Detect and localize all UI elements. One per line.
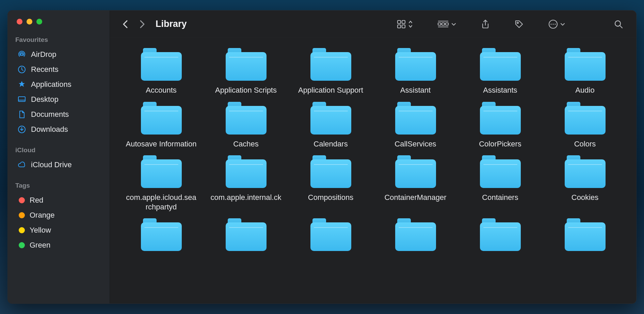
folder-icon <box>226 48 267 81</box>
folder-icon <box>480 155 521 188</box>
back-button[interactable] <box>119 18 132 30</box>
folder-item[interactable]: Application Support <box>292 48 370 95</box>
folder-label: ContainerManager <box>384 193 446 202</box>
folder-icon <box>480 102 521 135</box>
tag-dot-icon <box>19 227 25 233</box>
folder-label: Application Scripts <box>215 85 277 95</box>
tags-button[interactable] <box>511 17 527 31</box>
sidebar-item-label: Applications <box>31 80 71 89</box>
ellipsis-circle-icon <box>548 19 558 29</box>
sidebar-heading: iCloud <box>8 145 110 157</box>
folder-item[interactable]: com.apple.internal.ck <box>207 155 285 202</box>
folder-item[interactable]: Containers <box>461 155 539 202</box>
sidebar-item-label: Orange <box>30 211 54 220</box>
search-button[interactable] <box>610 17 627 31</box>
folder-icon <box>226 102 267 135</box>
folder-item[interactable]: Colors <box>546 102 624 149</box>
sidebar-item-applications[interactable]: Applications <box>10 77 108 92</box>
folder-item[interactable]: Cookies <box>546 155 624 202</box>
folder-label: Application Support <box>298 85 363 95</box>
folder-label: Accounts <box>146 85 177 95</box>
up-down-chevron-icon <box>408 20 413 29</box>
folder-icon <box>141 155 182 188</box>
folder-label: CallServices <box>395 139 436 149</box>
folder-item[interactable] <box>207 218 285 256</box>
folder-item[interactable]: Caches <box>207 102 285 149</box>
finder-window: FavouritesAirDropRecentsApplicationsDesk… <box>7 10 637 304</box>
icon-grid-icon <box>397 19 406 29</box>
group-by-button[interactable] <box>434 18 460 31</box>
sidebar-item-downloads[interactable]: Downloads <box>10 122 108 137</box>
search-icon <box>614 19 623 29</box>
folder-icon <box>395 48 436 81</box>
group-icon <box>437 20 449 29</box>
folder-label: Assistant <box>400 85 431 95</box>
folder-icon <box>565 155 606 188</box>
svg-rect-5 <box>398 20 401 23</box>
share-button[interactable] <box>478 17 493 31</box>
svg-rect-11 <box>442 23 445 25</box>
folder-icon <box>141 218 182 251</box>
action-menu-button[interactable] <box>545 17 569 31</box>
sidebar-item-label: Green <box>30 241 50 250</box>
folder-icon <box>480 48 521 81</box>
folder-item[interactable]: Autosave Information <box>122 102 200 149</box>
folder-item[interactable]: Compositions <box>292 155 370 202</box>
sidebar-heading: Favourites <box>8 35 110 47</box>
folder-item[interactable]: CallServices <box>376 102 454 149</box>
folder-item[interactable]: com.apple.icloud.searchpartyd <box>122 155 200 211</box>
tag-dot-icon <box>19 242 25 248</box>
forward-button[interactable] <box>136 18 148 30</box>
folder-icon <box>395 102 436 135</box>
folder-item[interactable]: Assistant <box>376 48 454 95</box>
svg-point-0 <box>21 53 23 56</box>
minimize-window-button[interactable] <box>27 19 32 25</box>
sidebar-item-label: Downloads <box>31 125 68 134</box>
sidebar-item-recents[interactable]: Recents <box>10 62 108 77</box>
sidebar-item-airdrop[interactable]: AirDrop <box>10 47 108 62</box>
folder-item[interactable] <box>122 218 200 256</box>
folder-label: Cookies <box>571 193 598 202</box>
folder-icon <box>310 218 351 251</box>
svg-rect-2 <box>18 97 25 101</box>
folder-item[interactable] <box>292 218 370 256</box>
folder-item[interactable]: ContainerManager <box>376 155 454 202</box>
folder-item[interactable]: Application Scripts <box>207 48 285 95</box>
sidebar-item-documents[interactable]: Documents <box>10 107 108 122</box>
sidebar-item-label: Desktop <box>31 95 59 104</box>
sidebar-item-yellow[interactable]: Yellow <box>10 223 108 238</box>
folder-item[interactable] <box>376 218 454 256</box>
share-icon <box>481 19 490 29</box>
folder-icon <box>141 48 182 81</box>
toolbar: Library <box>110 11 636 38</box>
folder-item[interactable]: Calendars <box>292 102 370 149</box>
folder-icon <box>480 218 521 251</box>
sidebar-item-label: Red <box>30 196 43 205</box>
sidebar-item-orange[interactable]: Orange <box>10 208 108 223</box>
folder-icon <box>226 218 267 251</box>
folder-item[interactable]: Assistants <box>461 48 539 95</box>
svg-rect-12 <box>446 23 448 25</box>
airdrop-icon <box>17 50 26 59</box>
fullscreen-window-button[interactable] <box>36 19 42 25</box>
folder-item[interactable]: Accounts <box>122 48 200 95</box>
folder-item[interactable]: ColorPickers <box>461 102 539 149</box>
folder-label: Autosave Information <box>126 139 197 149</box>
sidebar-item-green[interactable]: Green <box>10 238 108 253</box>
sidebar-item-icloud-drive[interactable]: iCloud Drive <box>10 157 108 172</box>
folder-label: Containers <box>482 193 518 202</box>
folder-grid: AccountsApplication ScriptsApplication S… <box>122 48 624 256</box>
folder-item[interactable] <box>546 218 624 256</box>
sidebar-item-desktop[interactable]: Desktop <box>10 92 108 107</box>
close-window-button[interactable] <box>17 19 22 25</box>
sidebar-heading: Tags <box>8 180 110 193</box>
sidebar-item-red[interactable]: Red <box>10 193 108 208</box>
folder-item[interactable] <box>461 218 539 256</box>
view-mode-button[interactable] <box>393 17 416 31</box>
folder-label: Assistants <box>483 85 517 95</box>
folder-item[interactable]: Audio <box>546 48 624 95</box>
sidebar-item-label: iCloud Drive <box>31 160 72 169</box>
sidebar-item-label: Documents <box>31 110 69 119</box>
svg-rect-6 <box>402 20 405 23</box>
folder-label: com.apple.internal.ck <box>211 193 281 202</box>
